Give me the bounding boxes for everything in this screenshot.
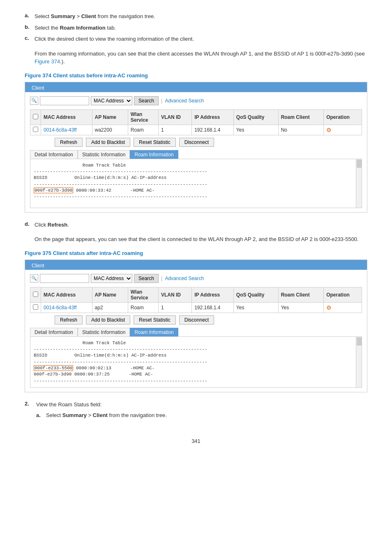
row-checkbox-374[interactable]: [33, 127, 38, 132]
para-c: From the roaming information, you can se…: [35, 50, 367, 66]
roam-content-374: Roam Track Table -----------------------…: [30, 159, 362, 208]
row-mac: 0014-6c8a-43ff: [41, 125, 92, 135]
select-all-checkbox-374[interactable]: [33, 114, 38, 119]
col-ap-375: AP Name: [92, 287, 128, 302]
scroll-handle-374[interactable]: [357, 160, 362, 168]
col-vlan: VLAN ID: [158, 109, 191, 125]
numbered-step-2: 2. View the Roam Status field: a. Select…: [25, 401, 367, 426]
page-number: 341: [25, 438, 367, 444]
mac-link-375[interactable]: 0014-6c8a-43ff: [44, 305, 77, 311]
search-button-375[interactable]: Search: [134, 274, 159, 283]
figure374-tab-bar: Client: [25, 82, 367, 92]
action-row-375: Refresh Add to Blacklist Reset Statistic…: [30, 315, 362, 324]
info-tabs-375: Detail Information Statistic Information…: [30, 328, 362, 336]
tab-detail-375[interactable]: Detail Information: [30, 328, 78, 336]
client-tab[interactable]: Client: [28, 84, 48, 92]
row-ip: 192.168.1.4: [192, 125, 234, 135]
roam-text-375: Roam Track Table -----------------------…: [34, 340, 358, 385]
row-vlan-375: 1: [158, 302, 191, 313]
reset-statistic-button-375[interactable]: Reset Statistic: [134, 315, 176, 324]
row-checkbox-cell: [30, 125, 41, 135]
scrollbar-374[interactable]: [356, 159, 362, 208]
step-c: c. Click the desired client to view the …: [25, 35, 367, 43]
col-roam-375: Roam Client: [278, 287, 324, 302]
tab-roam-375[interactable]: Roam Information: [130, 328, 178, 336]
scroll-handle-375[interactable]: [357, 337, 362, 345]
action-row-374: Refresh Add to Blacklist Reset Statistic…: [30, 138, 362, 147]
operation-icon-375[interactable]: ⚙: [326, 304, 332, 311]
row-ap: wa2200: [92, 125, 128, 135]
col-op-375: Operation: [324, 287, 362, 302]
steps-abc: a. Select Summary > Client from the navi…: [25, 12, 367, 43]
row-op: ⚙: [324, 125, 362, 135]
col-mac: MAC Address: [41, 109, 92, 125]
figure374-link[interactable]: Figure 374: [35, 58, 60, 65]
operation-icon-374[interactable]: ⚙: [326, 127, 332, 133]
col-mac-375: MAC Address: [41, 287, 92, 302]
row-roam-375: Yes: [278, 302, 324, 313]
figure375-title: Figure 375 Client status after intra-AC …: [25, 250, 367, 256]
refresh-button-374[interactable]: Refresh: [55, 138, 83, 147]
col-ip: IP Address: [192, 109, 234, 125]
col-checkbox: [30, 109, 41, 125]
row-ip-375: 192.168.1.4: [192, 302, 234, 313]
refresh-button-375[interactable]: Refresh: [55, 315, 83, 324]
add-blacklist-button-375[interactable]: Add to Blacklist: [86, 315, 130, 324]
info-tabs-374: Detail Information Statistic Information…: [30, 150, 362, 159]
numbered-steps: 2. View the Roam Status field: a. Select…: [25, 401, 367, 426]
tab-roam-374[interactable]: Roam Information: [130, 150, 178, 159]
search-icon-374: 🔍: [30, 97, 38, 105]
add-blacklist-button-374[interactable]: Add to Blacklist: [86, 138, 130, 147]
search-row-374: 🔍 MAC Address Search | Advanced Search: [30, 96, 362, 105]
figure375-panel: Client 🔍 MAC Address Search | Advanced S…: [25, 260, 367, 393]
col-ip-375: IP Address: [192, 287, 234, 302]
roam-content-375: Roam Track Table -----------------------…: [30, 336, 362, 388]
row-wlan-375: Roam: [128, 302, 158, 313]
search-icon-375: 🔍: [30, 274, 38, 283]
search-input-375[interactable]: [40, 274, 89, 283]
row-vlan: 1: [158, 125, 191, 135]
figure375-tab-bar: Client: [25, 260, 367, 270]
col-ap: AP Name: [92, 109, 128, 125]
search-input-374[interactable]: [40, 96, 89, 105]
col-vlan-375: VLAN ID: [158, 287, 191, 302]
row-qos: Yes: [233, 125, 278, 135]
scrollbar-375[interactable]: [356, 337, 362, 388]
roam-text-374: Roam Track Table -----------------------…: [34, 162, 358, 200]
figure374-body: 🔍 MAC Address Search | Advanced Search M…: [25, 92, 367, 212]
table-row-375: 0014-6c8a-43ff ap2 Roam 1 192.168.1.4 Ye…: [30, 302, 362, 313]
tab-statistic-375[interactable]: Statistic Information: [78, 328, 130, 336]
mac-address-dropdown-375[interactable]: MAC Address: [91, 274, 132, 283]
search-button-374[interactable]: Search: [134, 96, 159, 105]
tab-detail-374[interactable]: Detail Information: [30, 150, 78, 159]
client-tab-375[interactable]: Client: [28, 262, 48, 270]
step-d: d. Click Refresh.: [25, 221, 367, 229]
row-checkbox-cell-375: [30, 302, 41, 313]
step-b: b. Select the Roam Information tab.: [25, 24, 367, 32]
reset-statistic-button-374[interactable]: Reset Statistic: [134, 138, 176, 147]
mac-link-374[interactable]: 0014-6c8a-43ff: [44, 127, 77, 133]
disconnect-button-375[interactable]: Disconnect: [179, 315, 214, 324]
row-mac-375: 0014-6c8a-43ff: [41, 302, 92, 313]
step-d-list: d. Click Refresh.: [25, 221, 367, 229]
col-wlan: WlanService: [128, 109, 158, 125]
row-checkbox-375[interactable]: [33, 304, 38, 310]
col-qos: QoS Quality: [233, 109, 278, 125]
row-wlan: Roam: [128, 125, 158, 135]
row-qos-375: Yes: [233, 302, 278, 313]
mac-address-dropdown-374[interactable]: MAC Address: [91, 96, 132, 105]
tab-statistic-374[interactable]: Statistic Information: [78, 150, 130, 159]
advanced-search-link-375[interactable]: Advanced Search: [165, 276, 204, 281]
figure374-panel: Client 🔍 MAC Address Search | Advanced S…: [25, 82, 367, 213]
client-table-375: MAC Address AP Name WlanService VLAN ID …: [30, 287, 362, 313]
disconnect-button-374[interactable]: Disconnect: [179, 138, 214, 147]
row-roam: No: [278, 125, 324, 135]
col-checkbox-375: [30, 287, 41, 302]
sub-steps-2: a. Select Summary > Client from the navi…: [36, 411, 367, 419]
select-all-checkbox-375[interactable]: [33, 292, 38, 297]
figure374-title: Figure 374 Client status before intra-AC…: [25, 72, 367, 79]
advanced-search-link-374[interactable]: Advanced Search: [165, 98, 204, 104]
search-row-375: 🔍 MAC Address Search | Advanced Search: [30, 274, 362, 283]
bssid-highlight-374: 000f-e27b-3d90: [34, 188, 73, 193]
col-roam: Roam Client: [278, 109, 324, 125]
